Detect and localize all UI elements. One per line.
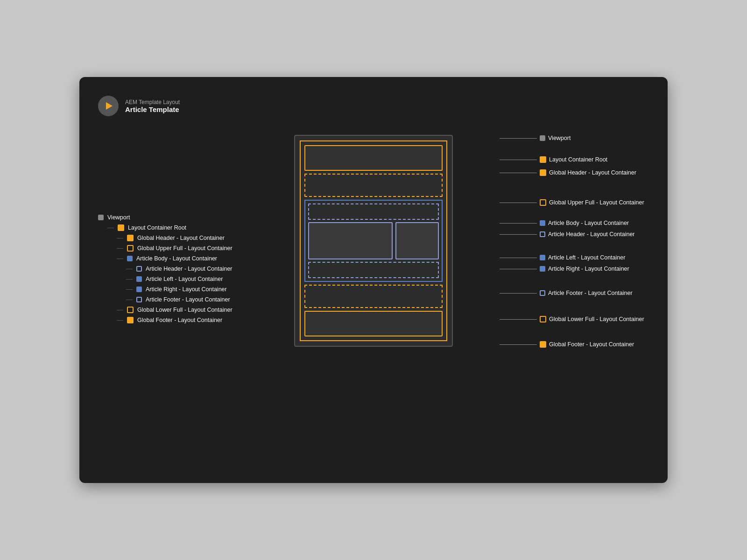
article-footer-diagram: [308, 262, 439, 278]
global-lower-diagram: [304, 285, 443, 308]
right-text-global-upper: Global Upper Full - Layout Container: [549, 199, 644, 206]
right-text-article-right: Article Right - Layout Container: [548, 266, 629, 272]
right-line-global-footer: [500, 344, 537, 345]
left-tree: Viewport Layout Container Root Global He…: [98, 130, 247, 464]
right-text-article-body: Article Body - Layout Container: [548, 220, 629, 226]
logo-subtitle: AEM Template Layout: [125, 99, 180, 105]
layout-root-diagram: [300, 140, 447, 341]
right-text-global-lower: Global Lower Full - Layout Container: [549, 316, 644, 322]
tree-icon-layout-root: [118, 224, 124, 231]
right-line-global-lower: [500, 319, 537, 320]
tree-horiz-3: [117, 248, 123, 249]
tree-horiz-5: [126, 269, 133, 269]
logo-text-area: AEM Template Layout Article Template: [125, 99, 180, 113]
right-dot-article-left: [540, 255, 545, 260]
right-dot-article-footer: [540, 290, 545, 296]
tree-label-article-left: Article Left - Layout Container: [146, 276, 223, 282]
right-label-global-header: Global Header - Layout Container: [500, 169, 649, 176]
logo-area: AEM Template Layout Article Template: [98, 96, 649, 116]
right-line-article-right: [500, 269, 537, 269]
right-text-article-header: Article Header - Layout Container: [548, 231, 635, 238]
tree-label-article-right: Article Right - Layout Container: [146, 286, 227, 293]
main-card: AEM Template Layout Article Template Vie…: [79, 77, 668, 483]
right-dot-global-upper: [540, 199, 546, 206]
tree-label-global-header: Global Header - Layout Container: [137, 235, 225, 241]
tree-icon-global-lower: [127, 307, 134, 313]
article-left-diagram: [308, 222, 393, 259]
global-footer-diagram: [304, 311, 443, 336]
tree-icon-article-header: [136, 266, 142, 272]
right-line-article-left: [500, 258, 537, 258]
tree-icon-article-left: [136, 276, 142, 282]
tree-icon-article-right: [136, 287, 142, 292]
article-columns-diagram: [308, 222, 439, 259]
tree-icon-article-body: [127, 256, 133, 261]
right-text-article-footer: Article Footer - Layout Container: [548, 290, 633, 296]
right-dot-layout-root: [540, 156, 546, 163]
right-line-global-header: [500, 173, 537, 173]
tree-horiz-6: [126, 279, 133, 280]
right-dot-global-lower: [540, 316, 546, 322]
tree-icon-global-footer: [127, 317, 134, 323]
right-line-article-header: [500, 234, 537, 235]
right-line-viewport: [500, 138, 537, 139]
right-label-article-right: Article Right - Layout Container: [500, 266, 649, 272]
tree-horiz-2: [117, 238, 123, 238]
right-line-global-upper: [500, 203, 537, 203]
tree-label-global-footer: Global Footer - Layout Container: [137, 317, 222, 323]
right-label-viewport: Viewport: [500, 135, 649, 141]
right-label-layout-root: Layout Container Root: [500, 156, 649, 163]
tree-horiz-1: [107, 228, 114, 228]
tree-horiz-10: [117, 320, 123, 321]
right-text-global-header: Global Header - Layout Container: [549, 169, 636, 176]
tree-icon-global-upper: [127, 245, 134, 252]
right-labels-panel: Viewport Layout Container Root Global He…: [500, 130, 649, 464]
right-label-article-footer: Article Footer - Layout Container: [500, 290, 649, 296]
tree-horiz-4: [117, 259, 123, 259]
viewport-diagram-box: [294, 135, 453, 347]
right-text-layout-root: Layout Container Root: [549, 156, 607, 163]
tree-label-article-body: Article Body - Layout Container: [136, 255, 217, 262]
right-text-viewport: Viewport: [548, 135, 571, 141]
right-label-global-upper: Global Upper Full - Layout Container: [500, 199, 649, 206]
right-dot-global-footer: [540, 341, 546, 348]
tree-label-global-upper: Global Upper Full - Layout Container: [137, 245, 233, 252]
article-body-diagram: [304, 200, 443, 282]
logo-arrow-icon: [106, 102, 113, 110]
right-text-global-footer: Global Footer - Layout Container: [549, 341, 634, 348]
global-header-diagram: [304, 145, 443, 171]
tree-label-viewport: Viewport: [107, 214, 130, 221]
right-text-article-left: Article Left - Layout Container: [548, 254, 625, 261]
right-dot-article-header: [540, 231, 545, 237]
right-dot-article-body: [540, 220, 545, 226]
right-label-article-header: Article Header - Layout Container: [500, 231, 649, 238]
right-line-article-body: [500, 223, 537, 224]
global-upper-diagram: [304, 174, 443, 197]
tree-icon-global-header: [127, 235, 134, 241]
tree-icon-viewport: [98, 215, 104, 220]
right-dot-global-header: [540, 169, 546, 176]
article-header-diagram: [308, 203, 439, 220]
logo-title: Article Template: [125, 105, 180, 113]
right-line-layout-root: [500, 160, 537, 160]
right-label-global-lower: Global Lower Full - Layout Container: [500, 316, 649, 322]
right-label-article-left: Article Left - Layout Container: [500, 254, 649, 261]
right-label-article-body: Article Body - Layout Container: [500, 220, 649, 226]
article-right-diagram: [395, 222, 439, 259]
tree-label-article-header: Article Header - Layout Container: [146, 266, 233, 272]
logo-icon: [98, 96, 119, 116]
right-dot-article-right: [540, 266, 545, 272]
right-dot-viewport: [540, 135, 545, 141]
tree-label-layout-root: Layout Container Root: [128, 224, 186, 231]
tree-horiz-9: [117, 310, 123, 310]
right-label-global-footer: Global Footer - Layout Container: [500, 341, 649, 348]
tree-icon-article-footer: [136, 297, 142, 302]
right-line-article-footer: [500, 293, 537, 294]
tree-horiz-7: [126, 289, 133, 290]
tree-horiz-8: [126, 300, 133, 300]
tree-label-global-lower: Global Lower Full - Layout Container: [137, 307, 233, 313]
tree-label-article-footer: Article Footer - Layout Container: [146, 296, 230, 303]
